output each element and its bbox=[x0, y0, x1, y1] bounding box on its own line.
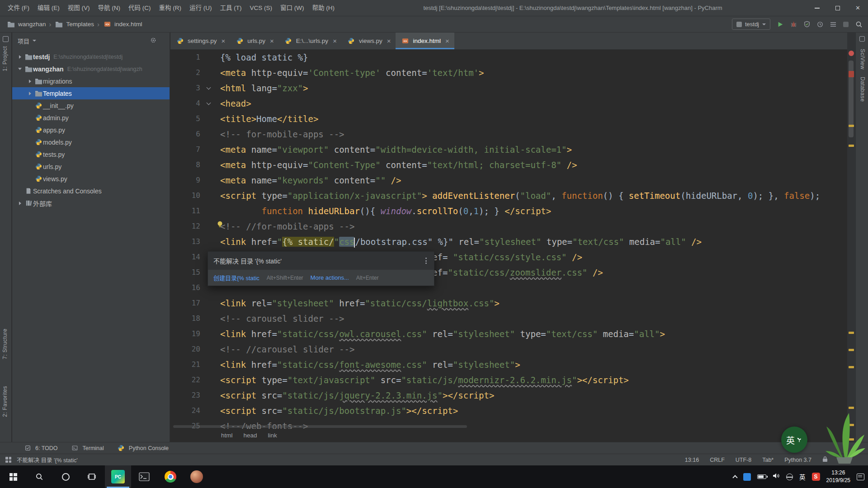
minimize-button[interactable] bbox=[807, 0, 827, 16]
tool-window-switcher-icon[interactable] bbox=[5, 457, 11, 463]
gutter-line-number[interactable]: 6 bbox=[170, 127, 216, 142]
breadcrumb-item-wangzhan[interactable]: wangzhan bbox=[6, 21, 46, 28]
tool-window-button-database[interactable]: Database bbox=[859, 77, 866, 102]
taskbar-avatar-button[interactable] bbox=[184, 465, 210, 488]
gutter-line-number[interactable]: 2 bbox=[170, 65, 216, 80]
fold-chevron-icon[interactable] bbox=[207, 101, 211, 105]
ime-mode-badge[interactable]: 英 bbox=[781, 427, 807, 453]
fold-chevron-icon[interactable] bbox=[207, 85, 211, 90]
intention-bulb-icon[interactable] bbox=[216, 220, 224, 230]
maximize-button[interactable] bbox=[827, 0, 848, 16]
tree-item-templates[interactable]: Templates bbox=[12, 87, 170, 99]
menu-item-10[interactable]: 帮助 (H) bbox=[308, 0, 339, 16]
gutter-line-number[interactable]: 22 bbox=[170, 372, 216, 388]
run-config-selector[interactable]: testdj bbox=[732, 19, 770, 30]
editor-tab-e-urls-py[interactable]: E:\...\urls.py× bbox=[279, 33, 342, 49]
gutter-line-number[interactable]: 18 bbox=[170, 311, 216, 326]
tree-item-models-py[interactable]: models.py bbox=[12, 136, 170, 148]
debug-button[interactable] bbox=[790, 21, 797, 28]
tree-item-views-py[interactable]: views.py bbox=[12, 173, 170, 185]
taskbar-chrome-button[interactable] bbox=[157, 465, 184, 488]
taskbar-search-button[interactable] bbox=[26, 465, 52, 488]
coverage-button[interactable] bbox=[804, 21, 810, 28]
tool-window-button-sciview[interactable]: SciView bbox=[859, 49, 866, 70]
tree-item-scratches-and-consoles[interactable]: Scratches and Consoles bbox=[12, 185, 170, 197]
gutter-line-number[interactable]: 1 bbox=[170, 50, 216, 65]
error-stripe[interactable] bbox=[847, 33, 855, 442]
editor-tab-settings-py[interactable]: settings.py× bbox=[170, 33, 230, 49]
taskbar-clock[interactable]: 13:26 2019/9/25 bbox=[826, 469, 850, 484]
gutter-line-number[interactable]: 23 bbox=[170, 388, 216, 403]
search-everywhere-icon[interactable] bbox=[855, 21, 863, 28]
menu-item-2[interactable]: 视图 (V) bbox=[64, 0, 94, 16]
menu-item-8[interactable]: VCS (S) bbox=[246, 0, 277, 16]
project-panel-title[interactable]: 项目 bbox=[18, 37, 29, 45]
inspections-indicator-icon[interactable] bbox=[849, 51, 854, 56]
tray-app-icon[interactable] bbox=[743, 473, 751, 481]
tree-item-admin-py[interactable]: admin.py bbox=[12, 112, 170, 124]
tab-close-icon[interactable]: × bbox=[270, 37, 274, 45]
start-button[interactable] bbox=[0, 465, 26, 488]
line-separator[interactable]: CRLF bbox=[710, 457, 725, 463]
profiler-button[interactable] bbox=[817, 21, 823, 28]
menu-item-1[interactable]: 编辑 (E) bbox=[33, 0, 64, 16]
sogou-input-icon[interactable]: S bbox=[812, 473, 820, 481]
editor-breadcrumb-html[interactable]: html bbox=[221, 432, 233, 439]
menu-item-7[interactable]: 工具 (T) bbox=[216, 0, 246, 16]
gutter-line-number[interactable]: 13 bbox=[170, 234, 216, 249]
tab-close-icon[interactable]: × bbox=[445, 37, 449, 45]
menu-item-0[interactable]: 文件 (F) bbox=[4, 0, 33, 16]
gutter-line-number[interactable]: 20 bbox=[170, 342, 216, 357]
menu-item-3[interactable]: 导航 (N) bbox=[94, 0, 125, 16]
gutter-line-number[interactable]: 10 bbox=[170, 188, 216, 203]
create-directory-action[interactable]: 创建目录{% static bbox=[213, 273, 259, 282]
tool-window-button-structure[interactable]: 7: Structure bbox=[2, 328, 8, 359]
tool-window-button-python-console[interactable]: Python Console bbox=[112, 445, 174, 451]
tree-item-wangzhan[interactable]: wangzhanE:\shuzinongda\testdj\wangzh bbox=[12, 63, 170, 75]
tree-item-apps-py[interactable]: apps.py bbox=[12, 124, 170, 136]
taskbar-pycharm-button[interactable]: PC bbox=[105, 465, 131, 488]
gutter-line-number[interactable]: 4 bbox=[170, 96, 216, 111]
editor-tab-views-py[interactable]: views.py× bbox=[342, 33, 396, 49]
editor-breadcrumb-link[interactable]: link bbox=[268, 432, 277, 439]
tree-item-testdj[interactable]: testdjE:\shuzinongda\testdj\testdj bbox=[12, 51, 170, 63]
tab-close-icon[interactable]: × bbox=[222, 37, 226, 45]
horizontal-scrollbar[interactable] bbox=[173, 425, 467, 428]
restore-layout-icon[interactable] bbox=[859, 36, 865, 42]
kebab-menu-icon[interactable] bbox=[424, 256, 429, 266]
run-button[interactable] bbox=[777, 21, 783, 28]
menu-item-6[interactable]: 运行 (U) bbox=[185, 0, 216, 16]
tree-item-urls-py[interactable]: urls.py bbox=[12, 160, 170, 173]
gutter-line-number[interactable]: 5 bbox=[170, 111, 216, 127]
gear-icon[interactable] bbox=[150, 37, 156, 45]
cortana-button[interactable] bbox=[52, 465, 79, 488]
tool-window-button-favorites[interactable]: 2: Favorites bbox=[2, 386, 8, 417]
gutter-line-number[interactable]: 12 bbox=[170, 219, 216, 234]
tree-item-tests-py[interactable]: tests.py bbox=[12, 148, 170, 160]
action-center-icon[interactable] bbox=[857, 474, 864, 480]
tree-item-外部库[interactable]: 外部库 bbox=[12, 197, 170, 209]
tool-window-button-6-todo[interactable]: 6: TODO bbox=[18, 445, 63, 451]
battery-icon[interactable] bbox=[757, 474, 766, 479]
breadcrumb-item-templates[interactable]: Templates bbox=[55, 21, 94, 28]
caret-position[interactable]: 13:16 bbox=[685, 457, 699, 463]
gutter-line-number[interactable]: 3 bbox=[170, 80, 216, 96]
tree-item-migrations[interactable]: migrations bbox=[12, 75, 170, 87]
breadcrumb-item-index-html[interactable]: <>index.html bbox=[103, 21, 142, 28]
close-button[interactable]: ✕ bbox=[848, 0, 868, 16]
editor-breadcrumb-head[interactable]: head bbox=[244, 432, 257, 439]
gutter-line-number[interactable]: 17 bbox=[170, 296, 216, 311]
tool-window-button-project[interactable]: 1: Project bbox=[2, 46, 8, 71]
file-encoding[interactable]: UTF-8 bbox=[736, 457, 751, 463]
run-list-button[interactable] bbox=[830, 22, 836, 27]
editor-gutter[interactable]: 1234567891011121314151617181920212223242… bbox=[170, 50, 216, 429]
ime-language-indicator[interactable]: 英 bbox=[799, 472, 806, 481]
more-actions-link[interactable]: More actions... bbox=[311, 274, 349, 281]
tab-close-icon[interactable]: × bbox=[333, 37, 337, 45]
stop-button[interactable] bbox=[843, 22, 849, 27]
editor-tab-index-html[interactable]: <>index.html× bbox=[396, 33, 454, 49]
menu-item-9[interactable]: 窗口 (W) bbox=[276, 0, 308, 16]
taskbar-cmd-button[interactable] bbox=[131, 465, 157, 488]
task-view-button[interactable] bbox=[79, 465, 105, 488]
tree-item-init-py[interactable]: __init__.py bbox=[12, 99, 170, 112]
